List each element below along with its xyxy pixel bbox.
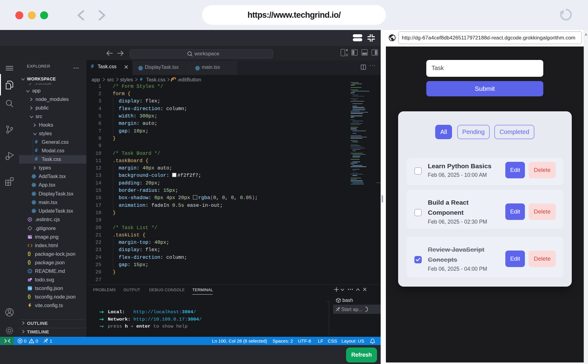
svg-text:TS: TS [28,287,32,290]
